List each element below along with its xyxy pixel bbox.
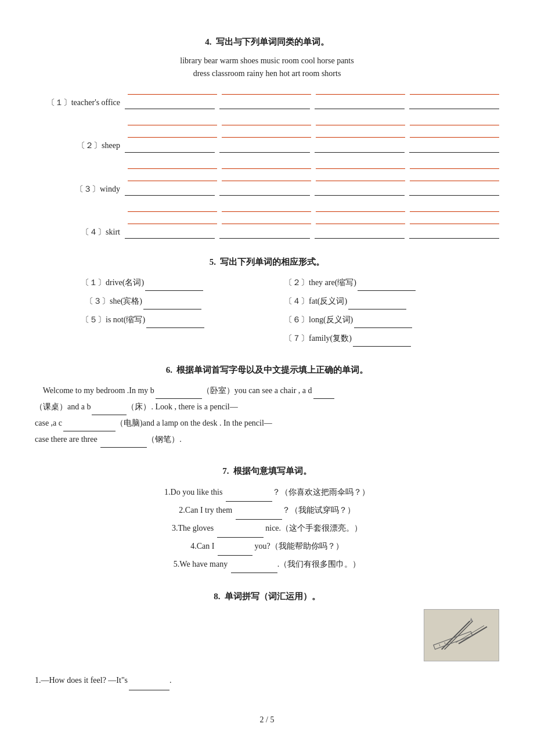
section5-title: 5. 写出下列单词的相应形式。 xyxy=(35,255,499,269)
category-4: 〔４〕skirt xyxy=(35,201,499,239)
section7: 7. 根据句意填写单词。 1.Do you like this ？（你喜欢这把雨… xyxy=(35,464,499,573)
section7-item-2: 2.Can I try them ？（我能试穿吗？） xyxy=(35,502,499,520)
cat2-label: 〔２〕sheep xyxy=(35,139,125,152)
section4-title: 4. 写出与下列单词同类的单词。 xyxy=(35,35,499,49)
section5-item-2: 〔２〕they are(缩写) xyxy=(284,275,476,291)
page-number: 2 / 5 xyxy=(35,714,499,726)
section5-item-7 xyxy=(81,330,273,347)
category-3: 〔３〕windy xyxy=(35,159,499,196)
section6: 6. 根据单词首写字母以及中文提示填上正确的单词。 Welcome to my … xyxy=(35,363,499,448)
cat1-label: 〔１〕teacher's office xyxy=(35,96,125,109)
section5-item-7b: 〔７〕family(复数) xyxy=(284,330,476,347)
section6-title: 6. 根据单词首写字母以及中文提示填上正确的单词。 xyxy=(35,363,499,377)
section8-content: 1.—How does it feel? —It"s. xyxy=(35,609,499,690)
cat2-label-row: 〔２〕sheep xyxy=(35,139,499,152)
section7-items: 1.Do you like this ？（你喜欢这把雨伞吗？） 2.Can I … xyxy=(35,484,499,573)
section4-word-bank: library bear warm shoes music room cool … xyxy=(35,55,499,81)
cat4-label-row: 〔４〕skirt xyxy=(35,226,499,239)
section5-item-5: 〔５〕is not(缩写) xyxy=(81,312,273,328)
cat3-label: 〔３〕windy xyxy=(35,183,125,196)
section5-item-6: 〔６〕long(反义词) xyxy=(284,312,476,328)
section7-item-1: 1.Do you like this ？（你喜欢这把雨伞吗？） xyxy=(35,484,499,502)
section5-item-4: 〔４〕fat(反义词) xyxy=(284,293,476,309)
section8-image xyxy=(424,609,499,661)
svg-rect-0 xyxy=(424,610,498,661)
category-1: 〔１〕teacher's office xyxy=(35,84,499,109)
cat1-label-row: 〔１〕teacher's office xyxy=(35,96,499,109)
section8-title: 8. 单词拼写（词汇运用）。 xyxy=(35,589,499,603)
section5-item-3: 〔３〕she(宾格) xyxy=(81,293,273,309)
section7-title: 7. 根据句意填写单词。 xyxy=(35,464,499,478)
cat4-label: 〔４〕skirt xyxy=(35,226,125,239)
section7-item-5: 5.We have many .（我们有很多围巾。） xyxy=(35,556,499,574)
section5: 5. 写出下列单词的相应形式。 〔１〕drive(名词) 〔２〕they are… xyxy=(35,255,499,347)
section7-item-4: 4.Can I you?（我能帮助你吗？） xyxy=(35,538,499,556)
section6-text: Welcome to my bedroom .In my b（卧室）you ca… xyxy=(35,383,499,448)
section5-grid: 〔１〕drive(名词) 〔２〕they are(缩写) 〔３〕she(宾格) … xyxy=(81,275,476,347)
section4: 4. 写出与下列单词同类的单词。 library bear warm shoes… xyxy=(35,35,499,239)
category-2: 〔２〕sheep xyxy=(35,115,499,152)
section5-item-1: 〔１〕drive(名词) xyxy=(81,275,273,291)
section7-item-3: 3.The gloves nice.（这个手套很漂亮。） xyxy=(35,520,499,538)
section8: 8. 单词拼写（词汇运用）。 1.—Ho xyxy=(35,589,499,690)
cat3-label-row: 〔３〕windy xyxy=(35,183,499,196)
